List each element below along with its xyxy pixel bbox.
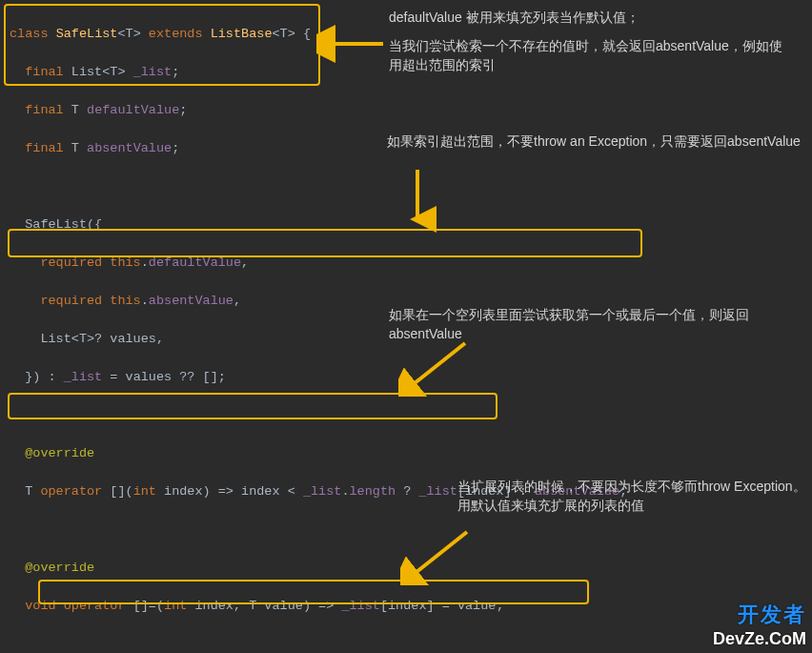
code-line: [10, 177, 802, 196]
annotation-text: defaultValue 被用来填充列表当作默认值；: [389, 8, 789, 27]
annotation-text: 如果索引超出范围，不要throw an Exception，只需要返回absen…: [387, 133, 801, 149]
code-line: [10, 406, 802, 425]
code-line: }) : _list = values ?? [];: [10, 368, 802, 387]
code-line: @override: [10, 444, 802, 463]
annotation-text: 当扩展列表的时候，不要因为长度不够而throw Exception。: [457, 477, 810, 496]
annotation-text: 如果在一个空列表里面尝试获取第一个或最后一个值，则返回absentValue: [389, 307, 749, 341]
code-line: [10, 635, 802, 653]
code-line: required this.defaultValue,: [10, 254, 802, 273]
code-line: SafeList({: [10, 215, 802, 235]
annotation-text: 用默认值来填充扩展的列表的值: [457, 496, 810, 515]
code-line: final T defaultValue;: [10, 101, 802, 120]
annotation-text: 当我们尝试检索一个不存在的值时，就会返回absentValue，例如使用超出范围…: [389, 36, 789, 74]
code-line: void operator []=(int index, T value) =>…: [10, 597, 802, 616]
annotation-default-absent: defaultValue 被用来填充列表当作默认值； 当我们尝试检索一个不存在的…: [389, 8, 789, 74]
annotation-empty-list: 如果在一个空列表里面尝试获取第一个或最后一个值，则返回absentValue: [389, 305, 751, 343]
annotation-index-range: 如果索引超出范围，不要throw an Exception，只需要返回absen…: [387, 132, 806, 151]
code-line: [10, 520, 802, 540]
annotation-extend-list: 当扩展列表的时候，不要因为长度不够而throw Exception。 用默认值来…: [457, 477, 810, 515]
code-line: @override: [10, 559, 802, 578]
